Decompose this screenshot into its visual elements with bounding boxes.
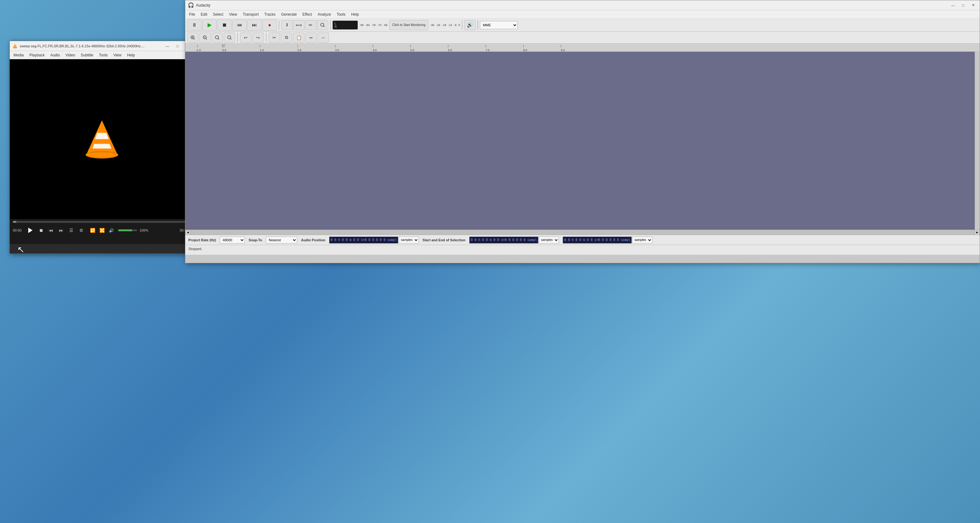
scroll-track[interactable] [190,230,975,235]
vlc-minimize-button[interactable]: — [163,43,172,49]
selection-end-input[interactable] [563,237,632,243]
vlc-progress-bar[interactable] [13,221,191,223]
audacity-menu-transport[interactable]: Transport [240,11,261,17]
audacity-rewind-button[interactable]: ⏮ [232,19,247,31]
vlc-next-button[interactable]: ⏭ [57,226,65,235]
svg-rect-3 [13,48,17,48]
audacity-menu-tracks[interactable]: Tracks [262,11,278,17]
vlc-loop-button[interactable]: 🔁 [88,226,97,235]
audacity-trim-button[interactable]: ↔ [318,33,329,43]
vlc-shuffle-button[interactable]: 🔀 [97,226,106,235]
timeline-marker-6: 6.0 [448,45,452,52]
audacity-output-volume-icon[interactable]: 🔊 [464,20,476,30]
vlc-menu-video[interactable]: Video [63,52,78,58]
vlc-prev-button[interactable]: ⏮ [47,226,56,235]
vu-scale-labels: -90 -84 -78 -72 -66 Click to Start Monit… [360,20,460,30]
vlc-menu-playback[interactable]: Playback [27,52,47,58]
audacity-stop-button[interactable]: ⏹ [217,19,232,31]
audacity-maximize-button[interactable]: □ [959,2,967,9]
audacity-play-button[interactable]: ▶ [202,19,216,31]
vlc-menu-media[interactable]: Media [11,52,26,58]
audacity-record-button[interactable]: ● [262,19,277,31]
audacity-menu-effect[interactable]: Effect [300,11,315,17]
audacity-menu-generate[interactable]: Generate [279,11,299,17]
audacity-menu-edit[interactable]: Edit [198,11,210,17]
vu-meter-input: LR [332,21,358,29]
vu-label-24: -24 [436,24,440,27]
audacity-menu-help[interactable]: Help [348,11,361,17]
audacity-paste-button[interactable]: 📋 [293,33,304,43]
vlc-control-row: 00:00 ⏹ ⏮ ⏭ ☰ ⚙ 🔁 🔀 🔊 100% 00:59 [13,225,191,235]
audio-pos-unit-select[interactable]: samples [399,237,419,243]
audacity-close-button[interactable]: ✕ [969,2,977,9]
vlc-volume-fill [118,229,132,231]
audio-pos-label: Audio Position [301,238,325,242]
audacity-menu-analyze[interactable]: Analyze [315,11,334,17]
audacity-silence-button[interactable]: ═ [305,33,317,43]
vlc-menubar: Media Playback Audio Video Subtitle Tool… [10,51,194,59]
timeline-marker--1: -1.0 [197,45,201,52]
audacity-pause-button[interactable]: ⏸ [187,19,202,31]
audacity-pencil-tool[interactable]: ✏ [305,20,316,30]
vlc-menu-subtitle[interactable]: Subtitle [78,52,96,58]
audacity-device-select[interactable]: MME [480,21,518,29]
timeline-marker-4: 4.0 [373,45,377,52]
audacity-cut-button[interactable]: ✂ [269,33,280,43]
vlc-extended-settings-button[interactable]: ⚙ [77,226,86,235]
audacity-vertical-scrollbar[interactable] [975,52,980,230]
end-unit-select[interactable]: samples [632,237,652,243]
vlc-stop-button[interactable]: ⏹ [37,226,45,235]
audacity-click-to-monitor[interactable]: Click to Start Monitoring [389,20,428,30]
audacity-toolbar-1: ⏸ ▶ ⏹ ⏮ ⏭ ● 𝐈 ⟺ ✏ LR -90 -84 -78 -72 -66… [185,19,980,32]
project-rate-select[interactable]: 48000 [220,237,245,243]
vlc-progress-fill [13,221,16,223]
selection-start-input[interactable] [469,237,538,243]
audacity-menu-tools[interactable]: Tools [334,11,348,17]
vlc-maximize-button[interactable]: □ [173,43,181,49]
vu-label-0: 0 [458,24,460,27]
vlc-menu-help[interactable]: Help [124,52,137,58]
vlc-mute-button[interactable]: 🔊 [107,226,116,235]
audacity-select-tool[interactable]: 𝐈 [281,20,293,30]
audacity-status-text: Stopped. [188,247,202,251]
scroll-left-arrow[interactable]: ◀ [185,230,190,235]
audacity-minimize-button[interactable]: — [949,2,957,9]
audacity-menu-view[interactable]: View [226,11,240,17]
audacity-menu-select[interactable]: Select [210,11,226,17]
audio-pos-container: samples [329,237,419,243]
audacity-zoom-in-button[interactable] [187,33,199,43]
audacity-horizontal-scrollbar[interactable]: ◀ ▶ [185,230,980,235]
snap-to-select[interactable]: Nearest [266,237,297,243]
audacity-envelope-tool[interactable]: ⟺ [293,20,304,30]
vu-label-18: -18 [442,24,446,27]
start-unit-select[interactable]: samples [539,237,559,243]
audacity-title-text: Audacity [196,3,947,8]
toolbar-separator-3 [462,21,462,30]
vlc-menu-view[interactable]: View [111,52,124,58]
audacity-redo-button[interactable]: ↪ [252,33,264,43]
audacity-zoom-selection-button[interactable] [212,33,223,43]
vlc-toggle-playlist-button[interactable]: ☰ [67,226,76,235]
vu-lr-label: LR [334,22,337,29]
svg-line-18 [206,38,207,40]
vu-label-6: -6 [454,24,457,27]
vu-label-84: -84 [366,24,370,27]
vlc-cone-icon [83,117,121,161]
audacity-zoom-fit-button[interactable] [224,33,235,43]
toolbar-separator-6 [266,33,266,42]
audacity-undo-button[interactable]: ↩ [240,33,251,43]
scroll-right-arrow[interactable]: ▶ [975,230,980,235]
svg-marker-5 [95,133,109,139]
vlc-volume-bar[interactable] [118,229,137,231]
audacity-copy-button[interactable]: ⧉ [281,33,292,43]
audacity-zoom-in-tool[interactable] [317,20,328,30]
audacity-canvas[interactable] [185,52,980,230]
audacity-ffwd-button[interactable]: ⏭ [247,19,262,31]
vlc-menu-tools[interactable]: Tools [97,52,110,58]
audacity-menu-file[interactable]: File [186,11,197,17]
audacity-zoom-out-button[interactable] [199,33,211,43]
timeline-marker-5: 5.0 [410,45,414,52]
audio-pos-input[interactable] [329,237,398,243]
vlc-menu-audio[interactable]: Audio [48,52,62,58]
vlc-play-pause-button[interactable] [25,225,35,235]
